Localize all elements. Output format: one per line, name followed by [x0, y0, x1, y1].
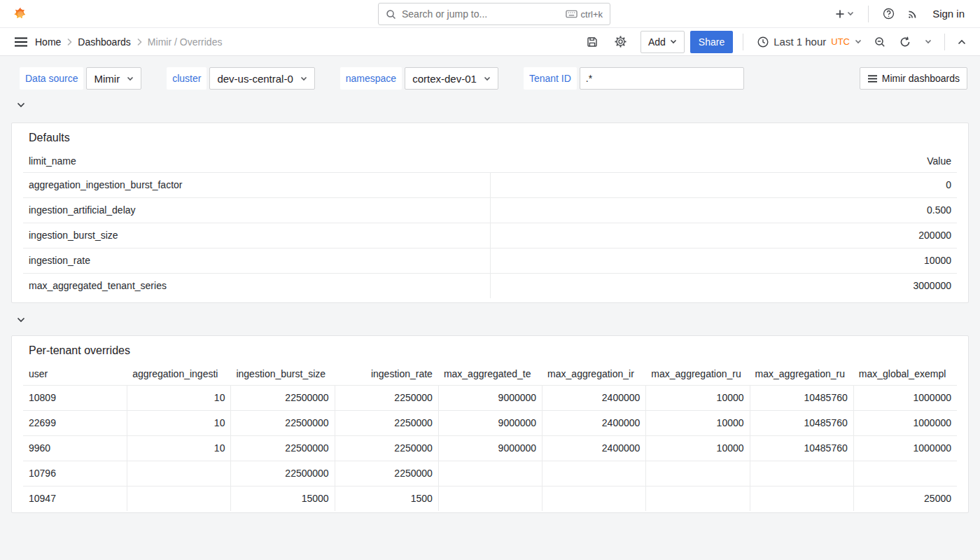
- variable-datasource: Data source Mimir: [20, 67, 141, 90]
- namespace-select[interactable]: cortex-dev-01: [405, 67, 498, 90]
- chevron-down-icon: [855, 39, 862, 44]
- table-cell: aggregation_ingestion_burst_factor: [23, 172, 490, 197]
- column-header[interactable]: max_aggregation_ir: [542, 363, 645, 385]
- help-button[interactable]: [880, 5, 897, 22]
- global-search[interactable]: ctrl+k: [378, 3, 610, 25]
- table-row: ingestion_rate10000: [23, 248, 957, 273]
- sign-in-link[interactable]: Sign in: [928, 5, 969, 22]
- refresh-button[interactable]: [897, 34, 913, 50]
- breadcrumb-current: Mimir / Overrides: [148, 36, 223, 48]
- table-cell: 2250000: [335, 385, 438, 410]
- chevron-down-icon: [670, 39, 677, 44]
- divider: [743, 34, 743, 50]
- table-row: max_aggregated_tenant_series3000000: [23, 273, 957, 298]
- column-header[interactable]: aggregation_ingesti: [127, 363, 230, 385]
- search-input[interactable]: [402, 8, 566, 20]
- breadcrumb: Home Dashboards Mimir / Overrides: [35, 36, 222, 48]
- timezone-label: UTC: [831, 36, 850, 47]
- column-header[interactable]: limit_name: [23, 150, 490, 172]
- top-bar: ctrl+k Sign in: [0, 0, 980, 28]
- mimir-dashboards-label: Mimir dashboards: [882, 73, 960, 84]
- collapse-row-button[interactable]: [17, 102, 25, 108]
- table-row: aggregation_ingestion_burst_factor0: [23, 172, 957, 197]
- table-cell: 0.500: [490, 197, 957, 223]
- plus-icon: [834, 8, 846, 20]
- column-header[interactable]: ingestion_rate: [335, 363, 438, 385]
- variable-cluster: cluster dev-us-central-0: [167, 67, 315, 90]
- table-cell: ingestion_burst_size: [23, 223, 490, 248]
- table-cell: 10: [127, 385, 230, 410]
- table-cell: 10: [127, 435, 230, 461]
- mega-menu-icon[interactable]: [14, 37, 28, 47]
- tenant-id-input[interactable]: [580, 67, 744, 90]
- grafana-logo-icon[interactable]: [13, 6, 28, 22]
- row-toggle: [17, 99, 980, 111]
- add-new-button[interactable]: [832, 6, 857, 22]
- datasource-select[interactable]: Mimir: [86, 67, 141, 90]
- save-icon: [587, 36, 598, 48]
- collapse-row-button[interactable]: [17, 317, 25, 323]
- table-row: 1094715000150025000: [23, 486, 957, 511]
- mimir-dashboards-button[interactable]: Mimir dashboards: [860, 67, 967, 90]
- per-tenant-overrides-panel: Per-tenant overrides useraggregation_ing…: [11, 335, 969, 513]
- column-header[interactable]: max_aggregation_ru: [645, 363, 749, 385]
- table-cell: 10485760: [750, 435, 853, 461]
- defaults-table: limit_nameValueaggregation_ingestion_bur…: [23, 150, 957, 298]
- chevron-down-icon: [847, 11, 854, 16]
- dashboard-toolbar: Home Dashboards Mimir / Overrides: [0, 28, 980, 56]
- variable-tenant-id: Tenant ID: [524, 67, 744, 90]
- shortcut-label: ctrl+k: [581, 9, 603, 20]
- datasource-value: Mimir: [94, 73, 120, 85]
- table-cell: 10: [127, 410, 230, 435]
- table-cell: [542, 461, 645, 486]
- breadcrumb-home[interactable]: Home: [35, 36, 61, 48]
- column-header[interactable]: max_global_exempl: [853, 363, 957, 385]
- table-cell: [853, 461, 957, 486]
- table-cell: 200000: [490, 223, 957, 248]
- table-cell: 22500000: [230, 435, 334, 461]
- table-cell: 1000000: [853, 385, 957, 410]
- share-button[interactable]: Share: [690, 31, 733, 53]
- time-range-picker[interactable]: Last 1 hour UTC: [753, 31, 866, 53]
- variable-namespace: namespace cortex-dev-01: [340, 67, 498, 90]
- dashboard-settings-button[interactable]: [612, 33, 629, 50]
- table-cell: 0: [490, 172, 957, 197]
- chevron-down-icon: [17, 317, 25, 323]
- table-cell: [750, 486, 853, 511]
- table-cell: 10000: [645, 435, 749, 461]
- dashboard-content: Data source Mimir cluster dev-us-central…: [0, 56, 980, 513]
- zoom-out-time-button[interactable]: [872, 34, 888, 50]
- table-cell: 10000: [490, 248, 957, 273]
- table-cell: ingestion_rate: [23, 248, 490, 273]
- cluster-select[interactable]: dev-us-central-0: [209, 67, 314, 90]
- chevron-down-icon: [127, 76, 134, 81]
- table-cell: 9960: [23, 435, 127, 461]
- column-header[interactable]: ingestion_burst_size: [230, 363, 334, 385]
- breadcrumb-dashboards[interactable]: Dashboards: [78, 36, 131, 48]
- table-cell: 10000: [645, 385, 749, 410]
- news-button[interactable]: [904, 6, 921, 22]
- table-cell: 10485760: [750, 385, 853, 410]
- namespace-label: namespace: [340, 67, 402, 90]
- defaults-panel: Defaults limit_nameValueaggregation_inge…: [11, 122, 969, 303]
- save-dashboard-button[interactable]: [584, 34, 601, 50]
- panel-title[interactable]: Defaults: [12, 123, 968, 150]
- table-cell: 2400000: [542, 435, 645, 461]
- table-cell: 2250000: [335, 461, 438, 486]
- panel-title[interactable]: Per-tenant overrides: [12, 336, 968, 363]
- table-cell: 10000: [645, 410, 749, 435]
- column-header[interactable]: Value: [490, 150, 957, 172]
- collapse-toolbar-button[interactable]: [955, 36, 969, 48]
- column-header[interactable]: max_aggregation_ru: [750, 363, 853, 385]
- variables-row: Data source Mimir cluster dev-us-central…: [20, 67, 967, 90]
- gear-icon: [615, 36, 626, 48]
- add-panel-button[interactable]: Add: [640, 31, 685, 53]
- refresh-icon: [899, 36, 911, 48]
- table-row: 9960102250000022500009000000240000010000…: [23, 435, 957, 461]
- table-cell: [645, 486, 749, 511]
- column-header[interactable]: user: [23, 363, 127, 385]
- table-cell: [750, 461, 853, 486]
- column-header[interactable]: max_aggregated_te: [438, 363, 542, 385]
- refresh-interval-button[interactable]: [922, 36, 934, 47]
- chevron-right-icon: [136, 38, 142, 46]
